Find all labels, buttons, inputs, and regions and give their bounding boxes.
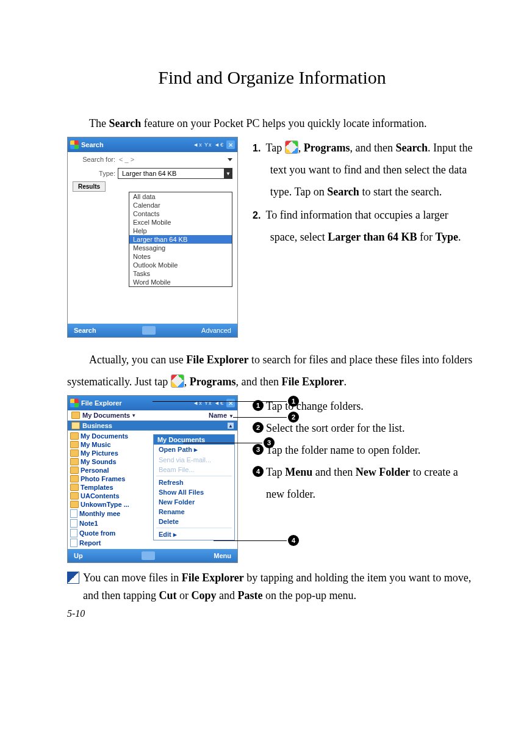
current-folder[interactable]: My Documents	[82, 412, 130, 419]
list-item[interactable]: Report	[70, 538, 148, 548]
search-for-value[interactable]: < _ >	[119, 156, 134, 163]
step-2: 2. To find information that occupies a l…	[253, 204, 477, 248]
page-number: 5-10	[67, 608, 477, 619]
start-flag-icon	[70, 140, 79, 149]
business-folder[interactable]: Business	[82, 422, 112, 429]
folder-icon	[70, 449, 79, 457]
search-title-text: Search	[81, 141, 104, 148]
list-item[interactable]: Photo Frames	[70, 474, 148, 483]
dropdown-arrow-icon[interactable]: ▼	[224, 168, 232, 179]
file-explorer-screenshot: File Explorer ◄x Yx ◄€ ✕ My Documents ▼ …	[67, 395, 238, 563]
folder-icon	[71, 412, 80, 419]
list-item[interactable]: UAContents	[70, 492, 148, 500]
search-titlebar: Search ◄x Yx ◄€ ✕	[68, 137, 237, 152]
intro-text-1: The	[89, 117, 109, 129]
type-option[interactable]: Tasks	[129, 269, 232, 278]
softkey-up[interactable]: Up	[74, 552, 83, 559]
results-label: Results	[73, 181, 106, 192]
note-icon	[67, 572, 79, 584]
type-option[interactable]: Excel Mobile	[129, 218, 232, 227]
search-dropdown-icon[interactable]	[228, 158, 232, 161]
context-menu-item[interactable]: Open Path ▸	[154, 445, 234, 455]
status-icons: ◄x Yx ◄€	[193, 400, 224, 406]
ctx-header: My Documents	[154, 435, 234, 445]
type-option[interactable]: Larger than 64 KB	[129, 235, 232, 244]
list-item[interactable]: My Music	[70, 440, 148, 449]
windows-start-icon	[285, 140, 298, 154]
file-icon	[70, 509, 77, 518]
file-explorer-paragraph: Actually, you can use File Explorer to s…	[67, 349, 477, 393]
list-item[interactable]: My Sounds	[70, 457, 148, 466]
type-option[interactable]: Calendar	[129, 201, 232, 209]
file-icon	[70, 539, 77, 547]
file-icon	[70, 529, 77, 537]
list-item[interactable]: Monthly mee	[70, 509, 148, 518]
folder-icon	[70, 467, 79, 474]
page-title: Find and Organize Information	[67, 67, 477, 88]
list-item[interactable]: UnkownType ...	[70, 500, 148, 509]
folder-icon	[70, 458, 79, 465]
search-screenshot: Search ◄x Yx ◄€ ✕ Search for: < _ > Type…	[67, 137, 238, 338]
status-icons: ◄x Yx ◄€	[193, 142, 224, 148]
keyboard-icon[interactable]	[142, 551, 155, 560]
intro-search-bold: Search	[109, 117, 141, 129]
softkey-advanced[interactable]: Advanced	[201, 327, 231, 334]
file-list: My DocumentsMy MusicMy PicturesMy Sounds…	[68, 431, 151, 549]
folder-icon	[70, 484, 79, 491]
softkey-search[interactable]: Search	[74, 327, 96, 334]
start-flag-icon	[70, 399, 79, 407]
list-item[interactable]: Templates	[70, 483, 148, 492]
softkey-menu[interactable]: Menu	[214, 552, 231, 559]
list-item[interactable]: My Pictures	[70, 449, 148, 457]
context-menu-item: Send via E-mail...	[154, 455, 234, 465]
context-menu: My Documents Open Path ▸Send via E-mail.…	[153, 434, 235, 540]
note-block: You can move files in File Explorer by t…	[67, 569, 477, 605]
type-option[interactable]: All data	[129, 192, 232, 201]
file-icon	[70, 519, 77, 528]
type-dropdown-list[interactable]: All dataCalendarContactsExcel MobileHelp…	[129, 192, 232, 287]
list-item[interactable]: Note1	[70, 518, 148, 528]
type-option[interactable]: Messaging	[129, 244, 232, 252]
folder-icon	[70, 492, 79, 500]
context-menu-item[interactable]: Rename	[154, 507, 234, 517]
close-icon[interactable]: ✕	[226, 140, 235, 149]
context-menu-item[interactable]: Show All Files	[154, 487, 234, 497]
type-option[interactable]: Notes	[129, 252, 232, 261]
type-option[interactable]: Contacts	[129, 209, 232, 218]
type-value: Larger than 64 KB	[122, 170, 176, 177]
search-for-label: Search for:	[73, 156, 115, 163]
scroll-up-icon[interactable]: ▲	[228, 423, 234, 429]
callout-4: 4	[288, 535, 299, 546]
context-menu-item[interactable]: New Folder	[154, 497, 234, 507]
intro-text-2: feature on your Pocket PC helps you quic…	[141, 117, 426, 129]
folder-icon	[71, 422, 80, 429]
windows-start-icon	[171, 374, 184, 388]
folder-icon	[70, 432, 79, 440]
context-menu-item[interactable]: Edit ▸	[154, 529, 234, 540]
context-menu-item[interactable]: Delete	[154, 517, 234, 526]
list-item[interactable]: Personal	[70, 466, 148, 474]
context-menu-item[interactable]: Refresh	[154, 478, 234, 487]
type-option[interactable]: Help	[129, 227, 232, 235]
chevron-down-icon[interactable]: ▼	[131, 413, 136, 418]
fe-title-text: File Explorer	[81, 399, 122, 407]
type-option[interactable]: Outlook Mobile	[129, 261, 232, 269]
type-label: Type:	[73, 170, 115, 177]
anno-2: Select the sort order for the list.	[266, 417, 404, 439]
type-option[interactable]: Word Mobile	[129, 278, 232, 286]
fe-titlebar: File Explorer ◄x Yx ◄€ ✕	[68, 396, 237, 410]
anno-4: Tap Menu and then New Folder to create a…	[266, 461, 477, 505]
context-menu-item: Beam File...	[154, 465, 234, 474]
type-select[interactable]: Larger than 64 KB ▼	[118, 168, 232, 179]
folder-icon	[70, 441, 79, 448]
anno-3: Tap the folder name to open folder.	[266, 439, 420, 461]
annotations: 1Tap to change folders. 2Select the sort…	[253, 395, 477, 505]
list-item[interactable]: My Documents	[70, 432, 148, 440]
sort-selector[interactable]: Name ▼	[209, 412, 234, 419]
step-1: 1. Tap , Programs, and then Search. Inpu…	[253, 137, 477, 203]
instruction-steps: 1. Tap , Programs, and then Search. Inpu…	[253, 137, 477, 249]
close-icon[interactable]: ✕	[226, 399, 235, 407]
list-item[interactable]: Quote from	[70, 528, 148, 538]
keyboard-icon[interactable]	[142, 326, 156, 335]
folder-icon	[70, 475, 79, 482]
